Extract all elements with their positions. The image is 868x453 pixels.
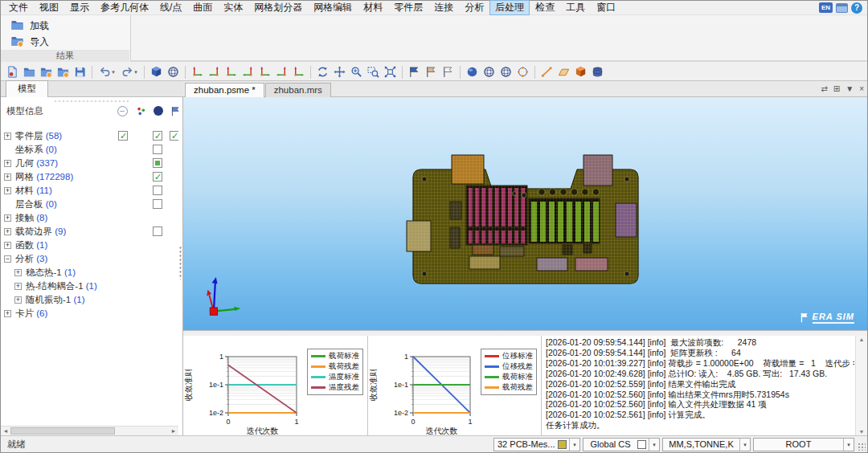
menu-item-1[interactable]: 文件 <box>3 0 34 15</box>
rotate-view-icon[interactable] <box>315 64 330 80</box>
tree-item-functions[interactable]: +函数 (1) <box>1 239 178 252</box>
color-legend-icon[interactable] <box>135 105 146 116</box>
expander-icon[interactable]: + <box>4 228 11 235</box>
sync-view-icon[interactable]: ⇄ <box>821 84 827 95</box>
scroll-left-icon[interactable]: ◄ <box>1 426 10 435</box>
tree-item-laminates[interactable]: 层合板 (0) <box>1 198 178 211</box>
visibility-icon[interactable]: − <box>117 105 128 116</box>
scroll-right-icon[interactable]: ► <box>169 426 178 435</box>
open-folder-badge-icon[interactable] <box>39 64 54 80</box>
axis-xy-icon[interactable] <box>190 64 205 80</box>
fit-view-icon[interactable] <box>383 64 398 80</box>
open-folder-icon[interactable] <box>22 64 37 80</box>
menu-item-2[interactable]: 视图 <box>34 0 64 15</box>
open-folder-badge-alt-icon[interactable] <box>55 64 71 80</box>
dock-tab-icon[interactable]: ▼ <box>845 84 854 95</box>
axis-flip-z-icon[interactable] <box>274 64 289 80</box>
tree-item-thermal-structural[interactable]: +热-结构耦合-1 (1) <box>1 280 178 293</box>
tab-model[interactable]: 模型 <box>6 80 48 97</box>
expander-icon[interactable]: + <box>14 296 22 304</box>
scrollbar-thumb[interactable] <box>10 427 115 435</box>
expander-icon[interactable]: + <box>4 242 11 249</box>
log-scrollbar[interactable]: ▲ ▼ <box>855 336 867 435</box>
menu-item-13[interactable]: 分析 <box>459 0 489 15</box>
expander-icon[interactable]: − <box>4 255 11 263</box>
save-disk-icon[interactable] <box>72 64 88 80</box>
flag-outline-icon[interactable] <box>440 64 456 80</box>
solid-box-icon[interactable] <box>573 64 588 80</box>
visibility-checkbox[interactable] <box>153 172 162 182</box>
resize-grip[interactable] <box>858 443 866 451</box>
menu-item-8[interactable]: 网格划分器 <box>248 0 308 15</box>
menu-item-3[interactable]: 显示 <box>64 0 95 15</box>
menu-item-16[interactable]: 工具 <box>560 0 591 15</box>
mesh-stack-icon[interactable] <box>590 64 605 80</box>
menu-item-7[interactable]: 实体 <box>218 0 248 15</box>
expander-icon[interactable]: + <box>4 173 11 181</box>
visibility-checkbox[interactable] <box>153 145 162 154</box>
shaded-mode-icon[interactable] <box>465 64 480 80</box>
menu-item-6[interactable]: 曲面 <box>187 0 218 15</box>
tree-item-loads-boundaries[interactable]: +载荷边界 (9) <box>1 225 178 239</box>
visibility-checkbox[interactable] <box>118 131 128 141</box>
dropdown-caret-icon[interactable]: ▾ <box>569 439 579 451</box>
active-part-combo[interactable]: 32 PCB-Mes...▾ <box>493 438 580 451</box>
tree-item-analysis[interactable]: −分析 (3) <box>1 252 178 266</box>
undo-arrow-icon[interactable] <box>96 64 117 80</box>
visibility-checkbox[interactable] <box>153 199 162 209</box>
import-file-icon[interactable] <box>5 64 20 80</box>
section-plane-icon[interactable] <box>556 64 571 80</box>
dropdown-caret-icon[interactable]: ▾ <box>739 439 750 451</box>
unit-system-combo[interactable]: MM,S,TONNE,K▾ <box>662 438 751 451</box>
scroll-down-icon[interactable]: ▼ <box>856 429 867 435</box>
dropdown-caret-icon[interactable]: ▾ <box>649 439 659 451</box>
wireframe-sphere-icon[interactable] <box>481 64 497 80</box>
tree-horizontal-scrollbar[interactable]: ◄ ► <box>1 426 178 435</box>
menu-item-11[interactable]: 零件层 <box>388 0 428 15</box>
flag-tan-icon[interactable] <box>424 64 439 80</box>
axis-iso-icon[interactable] <box>291 64 306 80</box>
expander-icon[interactable]: + <box>4 133 11 140</box>
measure-line-icon[interactable] <box>539 64 555 80</box>
expander-icon[interactable]: + <box>4 160 11 167</box>
zoom-view-icon[interactable] <box>349 64 364 80</box>
hidden-line-sphere-icon[interactable] <box>498 64 514 80</box>
tree-item-coordinate-systems[interactable]: 坐标系 (0) <box>1 143 178 157</box>
menu-item-10[interactable]: 材料 <box>358 0 388 15</box>
expander-icon[interactable]: + <box>4 310 11 317</box>
visibility-checkbox[interactable] <box>153 131 162 141</box>
axis-yz-icon[interactable] <box>207 64 222 80</box>
flag-solid-icon[interactable] <box>407 64 422 80</box>
menu-item-17[interactable]: 窗口 <box>591 0 621 15</box>
dropdown-caret-icon[interactable]: ▾ <box>843 439 854 451</box>
axis-flip-y-icon[interactable] <box>257 64 272 80</box>
scroll-up-icon[interactable]: ▲ <box>856 337 867 342</box>
help-icon[interactable]: ? <box>851 2 862 14</box>
tree-item-materials[interactable]: +材料 (11) <box>1 184 178 198</box>
viewport-3d[interactable]: ERA SIM <box>183 97 867 332</box>
menu-item-15[interactable]: 检查 <box>530 0 560 15</box>
mesh-points-icon[interactable] <box>515 64 530 80</box>
menu-item-12[interactable]: 连接 <box>428 0 459 15</box>
expander-icon[interactable]: + <box>14 269 22 276</box>
tree-item-contacts[interactable]: +接触 (8) <box>1 211 178 225</box>
redo-arrow-icon[interactable] <box>119 64 140 80</box>
mesh-display-icon[interactable] <box>153 105 164 116</box>
coordinate-system-combo[interactable]: Global CS▾ <box>583 438 660 451</box>
language-badge[interactable]: EN <box>819 2 833 13</box>
mesh-sphere-icon[interactable] <box>166 64 181 80</box>
expander-icon[interactable]: + <box>4 214 11 222</box>
document-tab-1[interactable]: zhuban.psme * <box>185 83 264 97</box>
root-assembly-combo[interactable]: ROOT▾ <box>753 438 854 451</box>
solver-log-panel[interactable]: [2026-01-20 09:59:54.144] [info] 最大波前项数:… <box>542 336 867 435</box>
panel-splitter-handle[interactable] <box>178 246 182 280</box>
visibility-checkbox[interactable] <box>153 226 162 236</box>
tree-item-geometry[interactable]: +几何 (337) <box>1 157 178 170</box>
expander-icon[interactable]: + <box>4 187 11 194</box>
import-results-button[interactable]: 导入 <box>6 34 127 50</box>
visibility-checkbox[interactable] <box>153 186 162 195</box>
window-layout-icon[interactable] <box>836 3 848 13</box>
flag-display-icon[interactable] <box>170 105 181 116</box>
tile-windows-icon[interactable]: ⊞ <box>833 84 840 95</box>
menu-item-5[interactable]: 线/点 <box>154 0 187 15</box>
